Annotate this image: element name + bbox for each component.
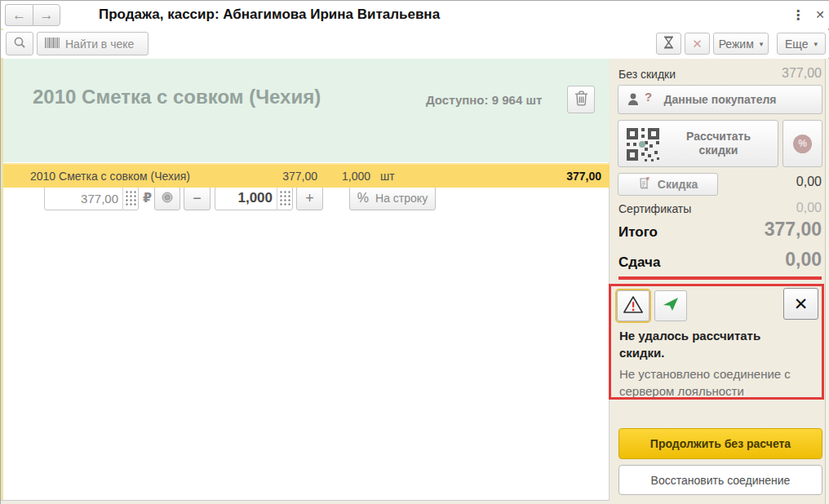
receipt-area: 2010 Сметка с совком (Чехия) Доступно: 9… xyxy=(3,59,610,500)
discount-value: 0,00 xyxy=(796,175,822,189)
ruble-sign: ₽ xyxy=(143,190,152,206)
window-close-icon[interactable]: ✕ xyxy=(813,6,827,24)
total-value: 377,00 xyxy=(765,219,822,241)
numpad-icon[interactable] xyxy=(277,187,292,210)
quantity-field[interactable]: 1,000 xyxy=(215,186,293,210)
receipt-discount-icon xyxy=(638,176,651,192)
table-row[interactable]: 2010 Сметка с совком (Чехия) 377,00 1,00… xyxy=(3,163,610,188)
warning-button[interactable] xyxy=(617,290,649,321)
row-qty: 1,000 xyxy=(317,170,370,183)
more-label: Еще xyxy=(785,38,809,51)
forward-button[interactable]: → xyxy=(33,4,60,26)
back-button[interactable]: ← xyxy=(5,4,33,26)
continue-without-calc-button[interactable]: Продолжить без расчета xyxy=(618,428,822,459)
question-mark: ? xyxy=(645,90,652,104)
search-icon xyxy=(13,36,26,51)
price-value: 377,00 xyxy=(45,192,122,206)
product-name: 2010 Сметка с совком (Чехия) xyxy=(33,86,321,108)
send-icon xyxy=(663,297,679,315)
line-discount-label: На строку xyxy=(375,192,428,205)
hourglass-icon xyxy=(663,36,675,51)
person-icon xyxy=(627,91,643,108)
delete-line-button[interactable] xyxy=(567,86,595,113)
discount-label: Скидка xyxy=(658,178,698,191)
percent-icon: % xyxy=(357,191,369,206)
mode-button[interactable]: Режим ▾ xyxy=(713,33,769,55)
page-title: Продажа, кассир: Абнагимова Ирина Виталь… xyxy=(99,7,440,23)
calc-discounts-label: Рассчитать скидки xyxy=(674,130,764,157)
panel-scroll-strip[interactable] xyxy=(825,59,829,504)
row-sum: 377,00 xyxy=(411,170,610,183)
change-label: Сдача xyxy=(618,254,660,271)
barcode-icon xyxy=(45,38,60,51)
error-message: Не установлено соединение с сервером лоя… xyxy=(619,365,817,400)
total-label: Итого xyxy=(618,224,658,241)
decrease-qty-button[interactable]: − xyxy=(184,186,211,210)
change-value: 0,00 xyxy=(785,249,822,271)
numpad-icon[interactable] xyxy=(122,187,138,210)
history-nav: ← → xyxy=(5,4,60,26)
price-coin-button[interactable] xyxy=(154,186,180,210)
plus-icon: + xyxy=(305,190,314,207)
send-report-button[interactable] xyxy=(654,290,687,321)
pos-window: ← → Продажа, кассир: Абнагимова Ирина Ви… xyxy=(0,0,829,504)
trash-icon xyxy=(574,91,588,109)
error-notification: ✕ Не удалось рассчитать скидки. Не устан… xyxy=(609,284,824,400)
restore-connection-button[interactable]: Восстановить соединение xyxy=(618,465,822,495)
no-discount-value: 377,00 xyxy=(782,66,822,81)
close-icon[interactable]: ✕ xyxy=(783,288,818,320)
increase-qty-button[interactable]: + xyxy=(296,186,323,210)
error-title: Не удалось рассчитать скидки. xyxy=(619,327,805,361)
certificates-label: Сертификаты xyxy=(618,202,691,215)
cancel-button[interactable]: ✕ xyxy=(685,33,710,55)
customer-data-label: Данные покупателя xyxy=(663,93,776,106)
find-in-receipt-label: Найти в чеке xyxy=(65,38,134,51)
price-field[interactable]: 377,00 xyxy=(44,186,139,210)
manual-discount-button[interactable]: % xyxy=(782,120,822,167)
minus-icon: − xyxy=(193,190,202,207)
line-discount-button[interactable]: % На строку xyxy=(349,186,436,210)
wait-button[interactable] xyxy=(656,33,681,55)
kebab-menu-icon[interactable]: ⋮ xyxy=(791,6,805,24)
chevron-down-icon: ▾ xyxy=(813,40,818,48)
search-button[interactable] xyxy=(6,32,33,55)
discount-button[interactable]: Скидка xyxy=(618,173,718,196)
alert-divider xyxy=(618,276,822,280)
forward-arrow-icon: → xyxy=(40,7,54,24)
back-arrow-icon: ← xyxy=(12,7,26,24)
customer-data-button[interactable]: ? Данные покупателя xyxy=(618,85,822,114)
warning-icon xyxy=(623,295,644,317)
toolbar: Найти в чеке ✕ Режим ▾ Еще ▾ xyxy=(1,30,829,58)
find-in-receipt-button[interactable]: Найти в чеке xyxy=(37,32,149,55)
more-button[interactable]: Еще ▾ xyxy=(777,33,826,55)
percent-circle-icon: % xyxy=(793,135,812,153)
current-item-panel: 2010 Сметка с совком (Чехия) Доступно: 9… xyxy=(3,59,610,162)
available-stock: Доступно: 9 964 шт xyxy=(426,93,542,107)
coin-icon xyxy=(162,190,173,207)
cancel-icon: ✕ xyxy=(692,37,703,51)
certificates-value: 0,00 xyxy=(796,201,822,215)
quantity-value: 1,000 xyxy=(215,190,277,206)
chevron-down-icon: ▾ xyxy=(760,40,764,48)
mode-label: Режим xyxy=(719,38,754,51)
titlebar: ← → Продажа, кассир: Абнагимова Ирина Ви… xyxy=(1,1,829,29)
no-discount-label: Без скидки xyxy=(618,68,676,81)
calc-discounts-button[interactable]: Рассчитать скидки xyxy=(618,120,778,167)
qr-code-icon xyxy=(625,126,661,162)
row-name: 2010 Сметка с совком (Чехия) xyxy=(3,170,256,183)
row-unit: шт xyxy=(370,170,411,183)
window-bottom-edge xyxy=(1,500,610,504)
totals-panel: Без скидки 377,00 ? Данные покупателя xyxy=(610,59,829,504)
row-price: 377,00 xyxy=(256,170,317,183)
